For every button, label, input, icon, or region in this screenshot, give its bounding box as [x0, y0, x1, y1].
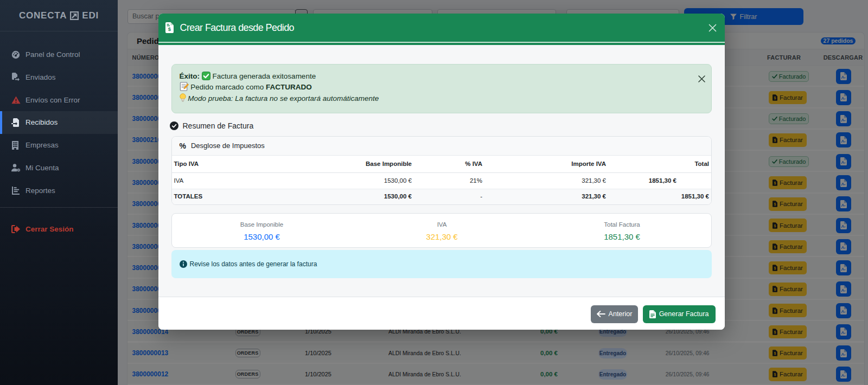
- svg-text:$: $: [168, 26, 171, 32]
